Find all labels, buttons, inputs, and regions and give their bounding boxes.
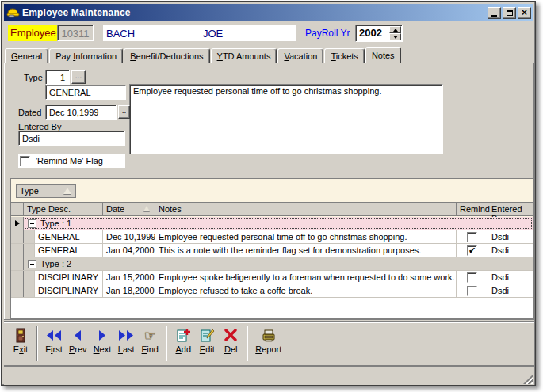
table-row[interactable]: GENERALJan 04,2000This is a note with th… xyxy=(11,244,533,257)
remind-checkbox[interactable]: ✔ xyxy=(467,245,477,256)
collapse-group-icon[interactable] xyxy=(28,260,36,268)
remind-checkbox[interactable] xyxy=(467,272,477,283)
remind-me-flag-row: 'Remind Me' Flag xyxy=(18,154,125,168)
cell-date: Jan 04,2000 xyxy=(103,244,155,257)
toolbar-separator xyxy=(36,326,38,361)
first-name-field[interactable]: JOE xyxy=(200,25,296,41)
cell-entered-by: Dsdi xyxy=(488,244,533,257)
type-label: Type xyxy=(24,73,43,82)
tab-strip: GeneralPay InformationBenefit/Deductions… xyxy=(5,47,402,63)
tab-general[interactable]: General xyxy=(5,48,48,63)
remind-checkbox[interactable] xyxy=(467,286,477,296)
remind-me-checkbox[interactable] xyxy=(20,156,30,166)
minimize-button[interactable] xyxy=(488,7,501,19)
column-header-date-label: Date xyxy=(106,204,124,214)
find-button[interactable]: ☞Find xyxy=(138,325,162,363)
first-button[interactable]: First xyxy=(42,325,66,363)
edit-button-label: Edit xyxy=(200,344,215,354)
chevron-down-icon xyxy=(393,36,398,41)
first-button-label: First xyxy=(45,344,62,354)
tab-benefit-deductions[interactable]: Benefit/Deductions xyxy=(124,48,209,63)
row-selector-cell xyxy=(11,244,24,257)
column-header-remind[interactable]: Remind xyxy=(457,203,488,215)
row-selector-cell xyxy=(11,284,24,297)
payroll-year-stepper[interactable]: 2002 xyxy=(355,25,403,42)
employee-maintenance-window: Employee Maintenance × Employee 10311 BA… xyxy=(1,1,536,386)
table-row[interactable]: DISCIPLINARYJan 18,2000Employee refused … xyxy=(11,284,533,298)
remind-checkbox[interactable] xyxy=(467,232,477,242)
tab-pay-information[interactable]: Pay Information xyxy=(49,48,123,63)
last-icon xyxy=(117,326,135,344)
group-label: Type : 2 xyxy=(40,259,71,268)
group-indent-cell xyxy=(24,230,35,243)
grid-rows-area: Type : 1GENERALDec 10,1999Employee reque… xyxy=(11,217,533,318)
prev-button[interactable]: Prev xyxy=(66,325,90,363)
type-desc-input[interactable]: GENERAL xyxy=(45,85,126,100)
current-row-arrow-icon xyxy=(15,220,20,226)
last-button[interactable]: Last xyxy=(114,325,138,363)
payroll-year-value: 2002 xyxy=(359,27,382,39)
column-header-type-desc[interactable]: Type Desc. xyxy=(24,203,103,215)
edit-icon xyxy=(200,326,215,344)
close-button[interactable]: × xyxy=(518,7,531,19)
status-bar xyxy=(4,367,534,385)
group-by-type-button[interactable]: Type xyxy=(16,184,76,198)
find-icon: ☞ xyxy=(144,326,156,344)
tab-vacation[interactable]: Vacation xyxy=(277,48,323,63)
group-label: Type : 1 xyxy=(40,219,71,228)
entered-by-input[interactable]: Dsdi xyxy=(18,131,125,146)
grid-header-row: Type Desc. Date Notes Remind Entered By xyxy=(11,202,533,216)
cell-notes: This is a note with the reminder flag se… xyxy=(155,244,457,257)
group-row[interactable]: Type : 1 xyxy=(11,217,533,230)
note-textarea[interactable]: Employee requested personal time off to … xyxy=(129,84,443,154)
dated-browse-button[interactable]: .. xyxy=(118,105,130,119)
resize-grip[interactable] xyxy=(523,374,533,384)
table-row[interactable]: DISCIPLINARYJan 15,2000Employee spoke be… xyxy=(11,271,533,284)
table-row[interactable]: GENERALDec 10,1999Employee requested per… xyxy=(11,230,533,244)
add-button[interactable]: Add xyxy=(171,325,195,363)
remind-me-label: 'Remind Me' Flag xyxy=(36,156,103,166)
group-indent-cell xyxy=(24,271,35,284)
column-header-entered-by[interactable]: Entered By xyxy=(488,203,533,215)
group-row[interactable]: Type : 2 xyxy=(11,257,533,271)
next-button[interactable]: Next xyxy=(90,325,115,363)
group-by-type-label: Type xyxy=(20,186,39,196)
spinner-down-button[interactable] xyxy=(389,33,401,40)
cell-date: Jan 18,2000 xyxy=(103,284,155,297)
column-header-notes[interactable]: Notes xyxy=(155,203,457,215)
cell-notes: Employee refused to take a coffe break. xyxy=(155,284,457,297)
tab-notes[interactable]: Notes xyxy=(365,47,401,63)
spinner-up-button[interactable] xyxy=(389,26,401,33)
tab-tickets[interactable]: Tickets xyxy=(324,48,364,63)
del-button-label: Del xyxy=(224,344,238,354)
next-icon xyxy=(97,326,108,344)
exit-button[interactable]: Exit xyxy=(9,325,33,363)
toolbar-group: FirstPrevNextLast☞Find xyxy=(42,323,162,364)
exit-icon xyxy=(14,326,27,344)
toolbar-group: Report xyxy=(252,323,285,364)
window-title: Employee Maintenance xyxy=(22,7,486,18)
report-button[interactable]: Report xyxy=(252,325,285,363)
next-button-label: Next xyxy=(94,344,112,354)
cell-notes: Employee spoke beligerently to a foreman… xyxy=(155,271,457,284)
tab-ytd-amounts[interactable]: YTD Amounts xyxy=(211,48,277,63)
column-header-date[interactable]: Date xyxy=(103,203,155,215)
cell-remind xyxy=(457,271,488,284)
last-button-label: Last xyxy=(118,344,135,354)
type-browse-button[interactable]: ... xyxy=(71,70,86,84)
cell-remind xyxy=(457,230,488,243)
toolbar-group: AddEditDel xyxy=(171,323,243,364)
edit-button[interactable]: Edit xyxy=(195,325,219,363)
dated-input[interactable]: Dec 10,1999 xyxy=(45,105,117,120)
maximize-button[interactable] xyxy=(503,7,516,19)
employee-header-row: Employee 10311 BACH JOE PayRoll Yr 2002 xyxy=(2,25,535,44)
last-name-field[interactable]: BACH xyxy=(103,25,200,41)
collapse-group-icon[interactable] xyxy=(28,219,36,228)
close-icon: × xyxy=(522,8,527,17)
group-indent-cell xyxy=(24,244,35,257)
del-button[interactable]: Del xyxy=(219,325,243,363)
row-selector-cell xyxy=(11,230,24,243)
group-indent-cell xyxy=(24,284,35,297)
type-input[interactable]: 1 xyxy=(45,70,70,85)
exit-button-label: Exit xyxy=(13,344,28,354)
